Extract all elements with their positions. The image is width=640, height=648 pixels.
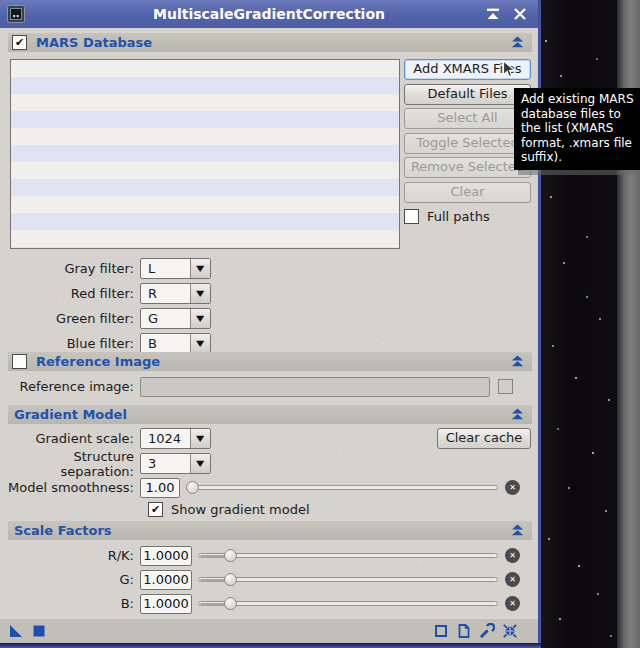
structure-separation-select[interactable]: 3 ▼ (140, 453, 211, 474)
show-gradient-model-label: Show gradient model (171, 502, 310, 517)
chevron-down-icon[interactable]: ▼ (190, 284, 210, 303)
blue-filter-row: Blue filter: B ▼ (0, 333, 211, 354)
section-header-scale-factors[interactable]: Scale Factors (8, 521, 532, 540)
slider-thumb[interactable] (186, 481, 199, 494)
default-files-button[interactable]: Default Files (404, 84, 531, 105)
gray-filter-label: Gray filter: (0, 261, 140, 276)
full-paths-row: Full paths (404, 206, 490, 227)
g-scale-slider[interactable] (198, 573, 498, 586)
clear-button: Clear (404, 182, 531, 203)
chevron-down-icon[interactable]: ▼ (190, 454, 210, 473)
section-header-reference-image[interactable]: Reference Image (8, 352, 532, 371)
collapse-section-icon[interactable] (510, 36, 525, 49)
realtime-preview-icon[interactable] (433, 623, 449, 639)
gradient-scale-row: Gradient scale: 1024 ▼ (0, 428, 211, 449)
mouse-cursor (502, 60, 517, 82)
red-filter-label: Red filter: (0, 286, 140, 301)
select-all-button: Select All (404, 108, 531, 129)
collapse-section-icon[interactable] (510, 355, 525, 368)
section-header-gradient-model[interactable]: Gradient Model (8, 405, 532, 424)
show-gradient-model-checkbox[interactable]: ✔ (148, 502, 163, 517)
slider-thumb[interactable] (224, 573, 237, 586)
tooltip: Add existing MARS database files to the … (514, 88, 640, 170)
new-instance-icon[interactable] (8, 623, 24, 639)
reference-image-checkbox[interactable] (12, 354, 27, 369)
slider-thumb[interactable] (224, 597, 237, 610)
title-bar[interactable]: MultiscaleGradientCorrection (0, 0, 538, 28)
toggle-selected-button: Toggle Selected (404, 133, 531, 154)
screen: MultiscaleGradientCorrection ✔ MARS Dat (0, 0, 640, 648)
b-scale-slider[interactable] (198, 597, 498, 610)
section-title: Scale Factors (14, 523, 112, 538)
gradient-scale-label: Gradient scale: (0, 431, 140, 446)
structure-separation-row: Structure separation: 3 ▼ (0, 453, 211, 474)
full-paths-label: Full paths (427, 209, 490, 224)
red-filter-select[interactable]: R ▼ (140, 283, 211, 304)
section-title: Reference Image (36, 354, 160, 369)
process-control-bar (0, 618, 538, 644)
select-image-button (498, 379, 513, 394)
rk-scale-row: R/K: ✕ (0, 545, 520, 566)
show-gradient-model-row: ✔ Show gradient model (148, 499, 310, 520)
gradient-scale-select[interactable]: 1024 ▼ (140, 428, 211, 449)
chevron-down-icon[interactable]: ▼ (190, 334, 210, 353)
model-smoothness-slider[interactable] (186, 481, 498, 494)
green-filter-row: Green filter: G ▼ (0, 308, 211, 329)
collapse-section-icon[interactable] (510, 408, 525, 421)
chevron-down-icon[interactable]: ▼ (190, 429, 210, 448)
b-scale-label: B: (0, 596, 140, 611)
rk-scale-slider[interactable] (198, 549, 498, 562)
reset-value-icon[interactable]: ✕ (505, 548, 520, 563)
reset-value-icon[interactable]: ✕ (505, 572, 520, 587)
reset-value-icon[interactable]: ✕ (505, 480, 520, 495)
browse-documentation-icon[interactable] (456, 623, 472, 639)
rk-scale-label: R/K: (0, 548, 140, 563)
b-scale-row: B: ✕ (0, 593, 520, 614)
chevron-down-icon[interactable]: ▼ (190, 259, 210, 278)
chevron-down-icon[interactable]: ▼ (190, 309, 210, 328)
blue-filter-label: Blue filter: (0, 336, 140, 351)
full-paths-checkbox[interactable] (404, 209, 419, 224)
green-filter-select[interactable]: G ▼ (140, 308, 211, 329)
g-scale-label: G: (0, 572, 140, 587)
checkmark-icon: ✔ (151, 504, 160, 515)
remove-selected-button: Remove Selected (404, 157, 531, 178)
clear-cache-button[interactable]: Clear cache (437, 428, 531, 449)
rk-scale-field[interactable] (140, 546, 192, 566)
reference-image-row: Reference image: (0, 376, 513, 397)
blue-filter-select[interactable]: B ▼ (140, 333, 211, 354)
green-filter-label: Green filter: (0, 311, 140, 326)
mars-database-checkbox[interactable]: ✔ (12, 35, 27, 50)
g-scale-row: G: ✕ (0, 569, 520, 590)
shade-window-icon[interactable] (485, 6, 501, 22)
reference-image-label: Reference image: (0, 379, 140, 394)
gray-filter-row: Gray filter: L ▼ (0, 258, 211, 279)
model-smoothness-field[interactable] (140, 478, 180, 498)
slider-thumb[interactable] (224, 549, 237, 562)
section-title: MARS Database (36, 35, 152, 50)
gray-filter-select[interactable]: L ▼ (140, 258, 211, 279)
structure-separation-label: Structure separation: (0, 449, 140, 479)
model-smoothness-label: Model smoothness: (0, 480, 140, 495)
mars-database-file-list[interactable] (10, 59, 400, 249)
window-title: MultiscaleGradientCorrection (0, 6, 538, 22)
model-smoothness-row: Model smoothness: ✕ (0, 477, 520, 498)
checkmark-icon: ✔ (15, 37, 24, 48)
multiscale-gradient-correction-dialog: MultiscaleGradientCorrection ✔ MARS Dat (0, 0, 538, 648)
g-scale-field[interactable] (140, 570, 192, 590)
window-bottom-edge (0, 643, 541, 648)
apply-icon[interactable] (31, 623, 47, 639)
reference-image-field (140, 377, 490, 397)
section-title: Gradient Model (14, 407, 127, 422)
red-filter-row: Red filter: R ▼ (0, 283, 211, 304)
b-scale-field[interactable] (140, 594, 192, 614)
close-icon[interactable] (512, 6, 528, 22)
wrench-icon[interactable] (479, 623, 495, 639)
section-header-mars-database[interactable]: ✔ MARS Database (8, 33, 532, 52)
collapse-all-icon[interactable] (502, 623, 518, 639)
reset-value-icon[interactable]: ✕ (505, 596, 520, 611)
collapse-section-icon[interactable] (510, 524, 525, 537)
